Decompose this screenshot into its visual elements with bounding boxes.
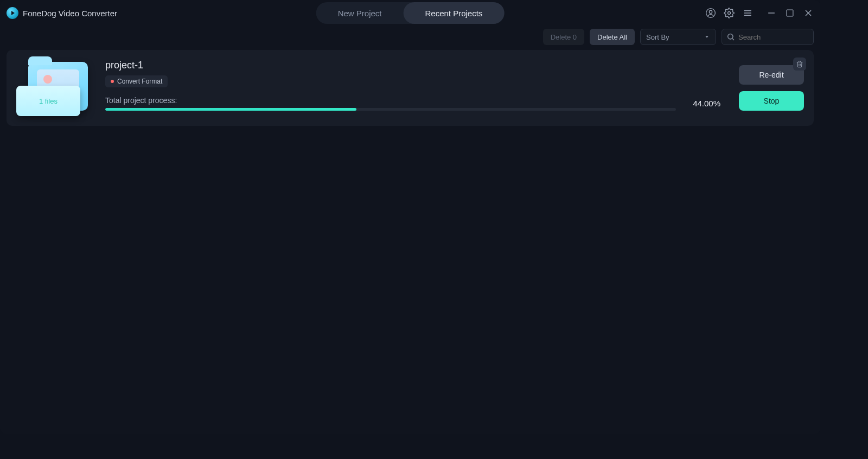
titlebar: FoneDog Video Converter New Project Rece…	[0, 0, 820, 26]
svg-line-11	[732, 39, 734, 40]
delete-project-button[interactable]	[793, 58, 806, 71]
toolbar: Delete 0 Delete All Sort By	[0, 26, 820, 48]
close-icon[interactable]	[803, 8, 814, 18]
progress-section: Total project process:	[105, 96, 676, 111]
menu-icon[interactable]	[742, 8, 753, 18]
titlebar-right	[705, 8, 814, 18]
progress-percent: 44.00%	[686, 99, 720, 108]
trash-icon	[796, 60, 803, 68]
svg-point-10	[728, 34, 733, 39]
search-input[interactable]	[738, 33, 809, 41]
project-tag: Convert Format	[105, 75, 168, 87]
window-controls	[766, 8, 814, 18]
app-window: FoneDog Video Converter New Project Rece…	[0, 0, 820, 434]
progress-bar	[105, 108, 676, 111]
svg-rect-7	[787, 10, 793, 16]
top-tabs: New Project Recent Projects	[316, 2, 505, 24]
sort-by-label: Sort By	[646, 33, 669, 41]
tab-new-project[interactable]: New Project	[316, 2, 404, 24]
projects-list: 1 files project-1 Convert Format Total p…	[0, 48, 820, 128]
search-field[interactable]	[722, 29, 814, 45]
svg-point-1	[709, 10, 712, 13]
progress-row: Total project process: 44.00%	[105, 96, 720, 111]
folder-front: 1 files	[16, 86, 80, 116]
app-title: FoneDog Video Converter	[23, 9, 117, 18]
project-title: project-1	[105, 60, 720, 71]
files-badge: 1 files	[39, 97, 58, 105]
progress-fill	[105, 108, 356, 111]
minimize-icon[interactable]	[766, 8, 777, 18]
delete-selected-button[interactable]: Delete 0	[543, 29, 584, 45]
maximize-icon[interactable]	[784, 8, 795, 18]
account-icon[interactable]	[705, 8, 716, 18]
chevron-down-icon	[704, 34, 710, 40]
delete-all-button[interactable]: Delete All	[590, 29, 635, 45]
search-icon	[726, 33, 735, 41]
project-main: project-1 Convert Format Total project p…	[105, 60, 720, 116]
svg-point-2	[728, 12, 731, 15]
project-card: 1 files project-1 Convert Format Total p…	[7, 50, 814, 126]
tab-recent-projects[interactable]: Recent Projects	[403, 2, 504, 24]
project-tag-label: Convert Format	[117, 78, 162, 85]
progress-label: Total project process:	[105, 96, 676, 105]
gear-icon[interactable]	[724, 8, 735, 18]
brand: FoneDog Video Converter	[7, 7, 117, 19]
app-logo-icon	[7, 7, 18, 19]
project-thumbnail: 1 files	[16, 60, 92, 116]
sort-by-select[interactable]: Sort By	[640, 29, 716, 45]
stop-button[interactable]: Stop	[739, 91, 804, 111]
status-dot-icon	[111, 80, 114, 83]
